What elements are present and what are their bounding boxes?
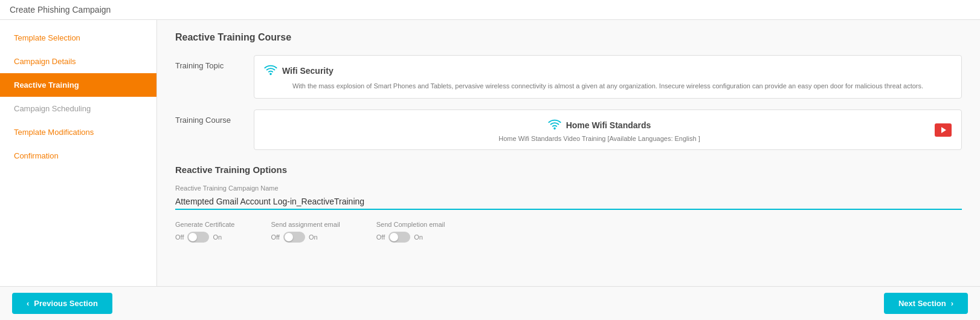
campaign-name-label: Reactive Training Campaign Name	[175, 184, 962, 192]
wifi-icon	[264, 63, 277, 78]
send-assignment-thumb	[285, 233, 293, 241]
sidebar-item-reactive-training[interactable]: Reactive Training	[0, 73, 156, 97]
generate-certificate-thumb	[189, 233, 197, 241]
send-completion-row: Off On	[376, 232, 445, 243]
generate-certificate-switch[interactable]	[187, 232, 209, 243]
course-card-header: Home Wifi Standards	[548, 117, 651, 132]
topic-title: Wifi Security	[282, 66, 334, 76]
send-completion-off-label: Off	[376, 233, 385, 241]
send-completion-label: Send Completion email	[376, 221, 445, 228]
main-layout: Template Selection Campaign Details Reac…	[0, 20, 980, 310]
send-assignment-on-label: On	[309, 233, 318, 241]
next-section-button[interactable]: Next Section ›	[884, 293, 968, 314]
svg-point-0	[270, 73, 271, 74]
sidebar: Template Selection Campaign Details Reac…	[0, 20, 157, 310]
generate-certificate-label: Generate Certificate	[175, 221, 234, 228]
send-completion-thumb	[390, 233, 398, 241]
topic-card[interactable]: Wifi Security With the mass explosion of…	[254, 55, 962, 99]
course-card[interactable]: Home Wifi Standards Home Wifi Standards …	[254, 109, 962, 150]
training-topic-row: Training Topic Wifi Security	[175, 55, 962, 99]
send-assignment-label: Send assignment email	[271, 221, 340, 228]
training-topic-label: Training Topic	[175, 55, 254, 70]
training-course-row: Training Course	[175, 109, 962, 150]
section-title: Reactive Training Course	[175, 32, 962, 43]
toggles-row: Generate Certificate Off On Send assignm…	[175, 221, 962, 243]
course-wifi-icon	[548, 117, 561, 132]
options-section: Reactive Training Options Reactive Train…	[175, 165, 962, 243]
next-icon: ›	[951, 299, 953, 308]
campaign-name-field: Reactive Training Campaign Name	[175, 184, 962, 210]
sidebar-item-campaign-scheduling[interactable]: Campaign Scheduling	[0, 97, 156, 120]
page-title: Create Phishing Campaign	[10, 5, 111, 15]
send-assignment-off-label: Off	[271, 233, 279, 241]
generate-certificate-track	[187, 232, 209, 243]
next-label: Next Section	[898, 299, 946, 308]
topic-card-container: Wifi Security With the mass explosion of…	[254, 55, 962, 99]
course-title: Home Wifi Standards	[566, 120, 651, 130]
page-header: Create Phishing Campaign	[0, 0, 980, 20]
send-completion-email-toggle: Send Completion email Off On	[376, 221, 445, 243]
sidebar-item-template-selection[interactable]: Template Selection	[0, 26, 156, 50]
send-assignment-email-toggle: Send assignment email Off On	[271, 221, 340, 243]
course-card-container: Home Wifi Standards Home Wifi Standards …	[254, 109, 962, 150]
generate-certificate-off-label: Off	[175, 233, 184, 241]
generate-certificate-row: Off On	[175, 232, 234, 243]
footer-nav: ‹ Previous Section Next Section ›	[0, 286, 980, 320]
generate-certificate-toggle: Generate Certificate Off On	[175, 221, 234, 243]
topic-description: With the mass explosion of Smart Phones …	[264, 82, 952, 91]
send-completion-track	[388, 232, 410, 243]
content-area: Reactive Training Course Training Topic	[157, 20, 980, 310]
send-assignment-row: Off On	[271, 232, 340, 243]
send-assignment-switch[interactable]	[283, 232, 305, 243]
prev-icon: ‹	[27, 299, 29, 308]
video-play-button[interactable]	[935, 123, 952, 137]
course-subtitle: Home Wifi Standards Video Training [Avai…	[498, 135, 700, 142]
course-card-info: Home Wifi Standards Home Wifi Standards …	[264, 117, 935, 142]
send-assignment-track	[283, 232, 305, 243]
training-course-label: Training Course	[175, 109, 254, 125]
svg-point-1	[554, 128, 555, 129]
topic-card-header: Wifi Security	[264, 63, 952, 78]
send-completion-switch[interactable]	[388, 232, 410, 243]
previous-section-button[interactable]: ‹ Previous Section	[12, 293, 112, 314]
sidebar-item-template-modifications[interactable]: Template Modifications	[0, 120, 156, 144]
generate-certificate-on-label: On	[213, 233, 222, 241]
prev-label: Previous Section	[34, 299, 97, 308]
campaign-name-input[interactable]	[175, 194, 962, 210]
options-title: Reactive Training Options	[175, 165, 962, 175]
send-completion-on-label: On	[414, 233, 423, 241]
sidebar-item-confirmation[interactable]: Confirmation	[0, 144, 156, 168]
sidebar-item-campaign-details[interactable]: Campaign Details	[0, 50, 156, 73]
